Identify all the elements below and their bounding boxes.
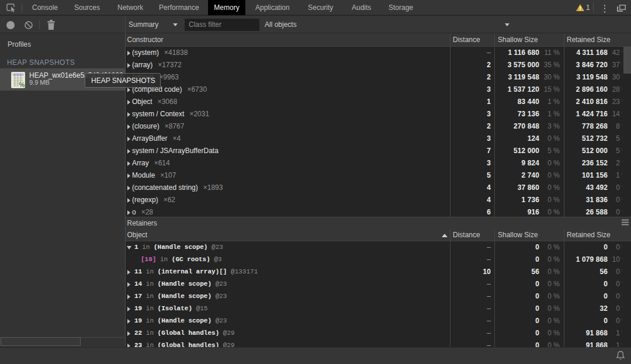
- svg-text:%: %: [19, 81, 25, 88]
